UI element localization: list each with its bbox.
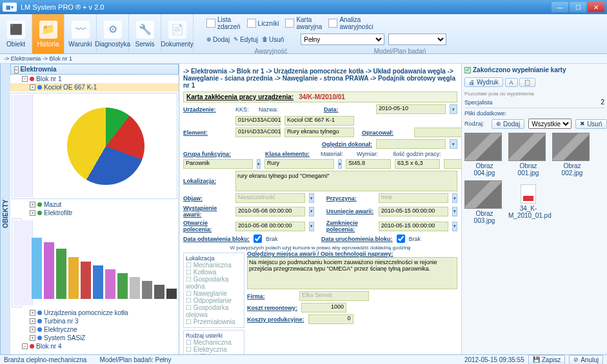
field-otw[interactable]: 2010-05-08 00:00:00 xyxy=(235,222,305,231)
btn-analiza[interactable]: Analizaawaryjności xyxy=(328,16,373,30)
field-wyst[interactable]: 2010-05-08 00:00:00 xyxy=(235,207,305,216)
field-nazwa[interactable]: Kocioł OE 667 K-1 xyxy=(284,116,354,126)
form-panel: -> Elektrownia -> Blok nr 1 -> Urządzeni… xyxy=(179,64,461,364)
status-plan: Model/Plan badań: Pełny xyxy=(99,356,171,363)
field-godzin[interactable] xyxy=(444,159,461,169)
chk-brak1[interactable] xyxy=(254,235,262,243)
object-icon: ⬛ xyxy=(7,21,25,39)
field-grupa[interactable]: Parownik xyxy=(183,159,253,169)
note-text: W powyzszych polach użyj kursora w prawo… xyxy=(183,245,457,251)
tree-root[interactable]: − Elektrownia xyxy=(10,64,179,75)
btn-lista-zdarzen[interactable]: Listazdarzeń xyxy=(206,16,241,30)
btn-cancel[interactable]: ⊘ Anuluj xyxy=(569,355,603,365)
field-elem-code[interactable]: 01HAD33AC001 xyxy=(235,128,281,137)
thumb-1[interactable]: Obraz 001.jpg xyxy=(508,133,548,177)
field-opracowal[interactable] xyxy=(414,128,461,137)
field-element[interactable]: Rury ekranu tylnego xyxy=(284,128,354,137)
tab-dokumenty[interactable]: 📄Dokumenty xyxy=(161,14,194,53)
group-model: Model/Plan badań xyxy=(335,48,464,55)
title-bar: ▦▾ LM System PRO ® + v 2.0 — ☐ ✕ xyxy=(0,0,607,14)
field-koszt-p[interactable]: 0 xyxy=(308,314,353,324)
attachments-panel: ✓Zakończono wypełnianie karty 🖨 Wydruk A… xyxy=(461,64,607,364)
thumb-3[interactable]: Obraz 003.jpg xyxy=(464,180,504,224)
spec-count: 2 xyxy=(601,99,604,106)
tree-mazut[interactable]: +Mazut xyxy=(10,200,179,209)
thumb-2[interactable]: Obraz 002.jpg xyxy=(552,133,592,177)
plan-select[interactable] xyxy=(388,34,446,45)
btn-edytuj[interactable]: ✎ Edytuj xyxy=(234,36,258,43)
group-awaryjnosc: Awaryjność xyxy=(206,48,335,55)
btn-b[interactable]: 📋 xyxy=(519,78,535,87)
field-objaw[interactable]: Nieszczelność xyxy=(235,193,305,203)
tab-serwis[interactable]: 🔧Serwis xyxy=(129,14,161,53)
tree-elektrofiltr[interactable]: +Elektrofiltr xyxy=(10,209,179,217)
date-dd-icon[interactable]: ▾ xyxy=(450,104,457,114)
maximize-button[interactable]: ☐ xyxy=(570,2,586,12)
field-data[interactable]: 2010-05-10 xyxy=(376,104,446,114)
card-header: Karta zakłócenia pracy urządzenia: 34/K-… xyxy=(183,91,457,102)
card-icon xyxy=(285,19,294,28)
tree-turbina[interactable]: +Turbina nr 3 xyxy=(10,317,179,325)
object-path: -> Elektrownia -> Blok nr 1 -> Urządzeni… xyxy=(183,66,457,91)
gear-icon: ⚙ xyxy=(104,21,122,39)
btn-karta-awaryjna[interactable]: Kartaawaryjna xyxy=(285,16,322,30)
btn-liczniki[interactable]: Liczniki xyxy=(247,19,279,28)
field-ogledzin[interactable] xyxy=(376,139,446,149)
bar-chart xyxy=(12,218,22,307)
field-material[interactable]: St45.8 xyxy=(346,159,391,169)
mode-select[interactable]: Pełny xyxy=(301,34,384,45)
field-przyczyna[interactable]: Inne xyxy=(379,193,448,203)
tree-blok4[interactable]: −Blok nr 4 xyxy=(10,342,179,350)
btn-a[interactable]: A xyxy=(505,78,518,87)
field-zamk[interactable]: 2010-05-15 00:00:00 xyxy=(379,222,448,231)
wrench-icon: 🔧 xyxy=(136,21,154,39)
chk-done[interactable]: ✓Zakończono wypełnianie karty xyxy=(464,66,604,73)
tab-diagnostyka[interactable]: ⚙Diagnostyka xyxy=(97,14,129,53)
field-kks[interactable]: 01HAD33AC001 xyxy=(235,116,281,126)
card-id: 34/K-M/2010/01 xyxy=(299,93,345,101)
btn-print[interactable]: 🖨 Wydruk xyxy=(464,77,503,87)
tree-kociol[interactable]: +Kocioł OE 667 K-1 xyxy=(10,83,179,91)
side-tab-obiekty[interactable]: OBIEKTY xyxy=(0,64,10,364)
field-koszt-r[interactable]: 1000 xyxy=(301,303,346,312)
chk-brak2[interactable] xyxy=(397,235,405,243)
counter-icon xyxy=(247,19,256,28)
document-icon: 📄 xyxy=(168,21,186,39)
btn-save[interactable]: 💾 Zapisz xyxy=(528,355,565,365)
tab-historia[interactable]: 📁Historia xyxy=(32,14,65,53)
breadcrumb: -> Elektrownia -> Blok nr 1 xyxy=(0,54,607,64)
ribbon: ⬛Obiekt 📁Historia 〰Warunki ⚙Diagnostyka … xyxy=(0,14,607,54)
tree-elektr[interactable]: +Elektryczne xyxy=(10,325,179,334)
field-klasa[interactable]: Rury xyxy=(264,159,334,169)
thumb-pdf[interactable]: 34_K-M_2010_01.pd xyxy=(508,180,548,224)
tab-warunki[interactable]: 〰Warunki xyxy=(65,14,97,53)
status-time: 2012-05-15 09:35:55 xyxy=(464,356,524,363)
btn-usun[interactable]: 🗑 Usuń xyxy=(262,36,284,43)
pie-chart xyxy=(12,93,177,199)
app-logo: ▦▾ xyxy=(3,3,17,12)
thumb-0[interactable]: Obraz 004.jpg xyxy=(464,133,504,177)
file-filter[interactable]: Wszystkie xyxy=(528,119,572,129)
tab-obiekt[interactable]: ⬛Obiekt xyxy=(0,14,32,53)
status-bar: Branża cieplno-mechaniczna Model/Plan ba… xyxy=(0,354,607,364)
field-wymiar[interactable]: 63,5 x 6,3 xyxy=(395,159,440,169)
field-usun[interactable]: 2010-05-15 00:00:00 xyxy=(379,207,448,216)
field-opis[interactable]: Na miejscu po podmuchaniu kociem zauważo… xyxy=(247,257,457,289)
tree-sasiz[interactable]: +System SASiZ xyxy=(10,334,179,342)
btn-add-file[interactable]: ⊕Dodaj xyxy=(492,119,524,129)
lbl-rest: Pozostałe pola do wypełnienia xyxy=(464,91,604,97)
btn-dodaj[interactable]: ⊕ Dodaj xyxy=(206,36,230,43)
minimize-button[interactable]: — xyxy=(552,2,568,12)
tree-upk[interactable]: +Urządzenia pomocnicze kotła xyxy=(10,309,179,317)
status-branch: Branża cieplno-mechaniczna xyxy=(4,356,86,363)
field-firma[interactable]: Elka Serwis xyxy=(299,291,369,301)
tree-panel: − Elektrownia −Blok nr 1 +Kocioł OE 667 … xyxy=(10,64,179,364)
btn-del-file[interactable]: ✖Usuń xyxy=(575,119,606,129)
pulse-icon: 〰 xyxy=(72,21,90,39)
close-button[interactable]: ✕ xyxy=(588,2,604,12)
list-icon xyxy=(206,19,215,28)
sec-lokalizacja: Lokalizacja MechanicznaKotłowaGospodarka… xyxy=(183,253,244,328)
tree-blok1[interactable]: −Blok nr 1 xyxy=(10,75,179,83)
field-lokalizacja[interactable]: rury ekranu tylnego pod "Omegami" xyxy=(235,171,457,191)
window-title: LM System PRO ® + v 2.0 xyxy=(21,3,552,11)
